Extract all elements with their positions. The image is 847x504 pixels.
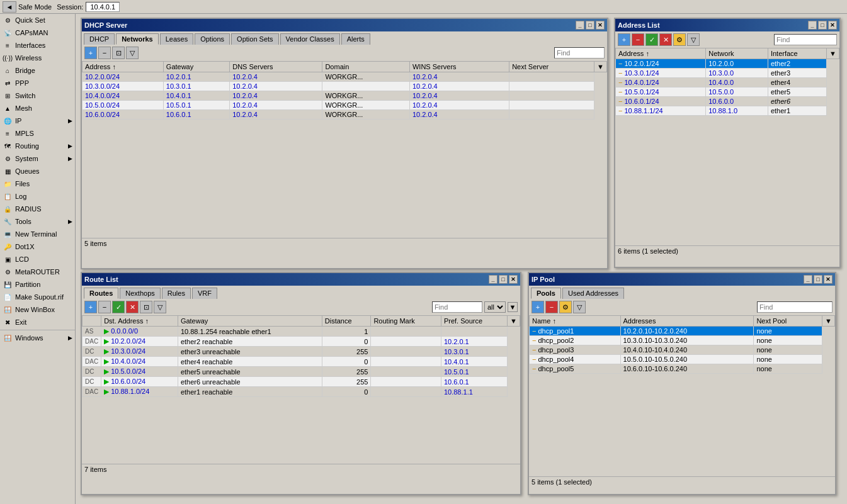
table-row[interactable]: − 10.5.0.1/24 10.5.0.0 ether5 (616, 87, 839, 97)
sidebar-item-make-supout[interactable]: 📄 Make Supout.rif (0, 291, 75, 303)
pool-maximize-btn[interactable]: □ (814, 275, 822, 284)
pool-settings-btn[interactable]: ⚙ (559, 301, 572, 313)
col-dns[interactable]: DNS Servers (230, 62, 322, 72)
table-row[interactable]: 10.5.0.0/24 10.5.0.1 10.2.0.4 WORKGR... … (82, 101, 607, 110)
sidebar-item-bridge[interactable]: ⌂ Bridge (0, 64, 75, 77)
pool-close-btn[interactable]: ✕ (824, 275, 833, 284)
dhcp-remove-btn[interactable]: − (98, 47, 111, 59)
table-row[interactable]: DAC ▶ 10.4.0.0/24 ether4 reachable 0 10.… (82, 357, 520, 367)
table-row[interactable]: 10.4.0.0/24 10.4.0.1 10.2.0.4 WORKGR... … (82, 91, 607, 101)
table-row[interactable]: DC ▶ 10.3.0.0/24 ether3 unreachable 255 … (82, 347, 520, 357)
tab-vendor-classes[interactable]: Vendor Classes (280, 33, 340, 45)
sidebar-item-quick-set[interactable]: ⚙ Quick Set (0, 14, 75, 26)
route-minimize-btn[interactable]: _ (489, 275, 497, 284)
sidebar-item-capsman[interactable]: 📡 CAPsMAN (0, 26, 75, 39)
pool-col-dropdown[interactable]: ▼ (822, 316, 835, 327)
route-find-input[interactable] (432, 301, 482, 313)
dhcp-filter-btn[interactable]: ▽ (126, 47, 139, 59)
sidebar-item-files[interactable]: 📁 Files (0, 177, 75, 190)
dhcp-add-btn[interactable]: + (84, 47, 97, 59)
dhcp-find-input[interactable] (554, 47, 605, 59)
sidebar-item-interfaces[interactable]: ≡ Interfaces (0, 39, 75, 52)
route-maximize-btn[interactable]: □ (499, 275, 508, 284)
route-col-type[interactable] (82, 316, 101, 327)
sidebar-item-metarouter[interactable]: ⚙ MetaROUTER (0, 266, 75, 278)
table-row[interactable]: 10.2.0.0/24 10.2.0.1 10.2.0.4 WORKGR... … (82, 72, 607, 82)
addr-check-btn[interactable]: ✓ (645, 33, 658, 46)
route-copy-btn[interactable]: ⊡ (140, 301, 152, 313)
sidebar-item-radius[interactable]: 🔒 RADIUS (0, 203, 75, 215)
sidebar-item-system[interactable]: ⚙ System ▶ (0, 152, 75, 165)
sidebar-item-exit[interactable]: ✖ Exit (0, 316, 75, 328)
table-row[interactable]: 10.3.0.0/24 10.3.0.1 10.2.0.4 10.2.0.4 (82, 82, 607, 91)
sidebar-item-queues[interactable]: ▦ Queues (0, 165, 75, 177)
tab-options[interactable]: Options (195, 33, 230, 45)
table-row[interactable]: − dhcp_pool1 10.2.0.10-10.2.0.240 none (530, 327, 835, 336)
sidebar-item-wireless[interactable]: ((·)) Wireless (0, 52, 75, 64)
sidebar-item-routing[interactable]: 🗺 Routing ▶ (0, 140, 75, 152)
table-row[interactable]: − dhcp_pool4 10.5.0.10-10.5.0.240 none (530, 355, 835, 364)
route-filter-btn[interactable]: ▽ (154, 301, 166, 313)
col-wins[interactable]: WINS Servers (409, 62, 509, 72)
table-row[interactable]: DAC ▶ 10.88.1.0/24 ether1 reachable 0 10… (82, 387, 520, 397)
col-dropdown[interactable]: ▼ (594, 62, 607, 72)
route-col-mark[interactable]: Routing Mark (371, 316, 441, 327)
tab-nexthops[interactable]: Nexthops (120, 288, 160, 299)
tab-alerts[interactable]: Alerts (341, 33, 370, 45)
sidebar-item-mpls[interactable]: ≡ MPLS (0, 127, 75, 140)
col-domain[interactable]: Domain (322, 62, 410, 72)
addr-filter-btn[interactable]: ▽ (687, 33, 700, 46)
table-row[interactable]: − 10.3.0.1/24 10.3.0.0 ether3 (616, 69, 839, 78)
addr-close-btn[interactable]: ✕ (828, 21, 837, 30)
route-disable-btn[interactable]: ✕ (126, 301, 139, 313)
sidebar-item-new-winbox[interactable]: 🪟 New WinBox (0, 303, 75, 316)
pool-find-input[interactable] (757, 301, 833, 313)
sidebar-item-mesh[interactable]: ▲ Mesh (0, 102, 75, 115)
tab-leases[interactable]: Leases (160, 33, 193, 45)
pool-add-btn[interactable]: + (532, 301, 544, 313)
sidebar-item-new-terminal[interactable]: 💻 New Terminal (0, 228, 75, 240)
tab-routes[interactable]: Routes (84, 288, 118, 299)
table-row[interactable]: − 10.2.0.1/24 10.2.0.0 ether2 (616, 59, 839, 69)
pool-col-next-pool[interactable]: Next Pool (754, 316, 822, 327)
table-row[interactable]: − 10.6.0.1/24 10.6.0.0 ether6 (616, 97, 839, 106)
table-row[interactable]: − dhcp_pool2 10.3.0.10-10.3.0.240 none (530, 336, 835, 345)
addr-add-btn[interactable]: + (618, 33, 630, 46)
sidebar-item-dot1x[interactable]: 🔑 Dot1X (0, 240, 75, 253)
table-row[interactable]: − dhcp_pool3 10.4.0.10-10.4.0.240 none (530, 345, 835, 355)
addr-col-address[interactable]: Address ↑ (616, 48, 706, 59)
pool-remove-btn[interactable]: − (545, 301, 558, 313)
pool-filter-btn[interactable]: ▽ (573, 301, 586, 313)
tab-networks[interactable]: Networks (116, 33, 159, 45)
sidebar-item-switch[interactable]: ⊞ Switch (0, 89, 75, 102)
pool-minimize-btn[interactable]: _ (804, 275, 812, 284)
addr-cross-btn[interactable]: ✕ (659, 33, 672, 46)
table-row[interactable]: − 10.88.1.1/24 10.88.1.0 ether1 (616, 106, 839, 116)
route-close-btn[interactable]: ✕ (509, 275, 518, 284)
addr-col-network[interactable]: Network (706, 48, 768, 59)
route-col-distance[interactable]: Distance (322, 316, 371, 327)
table-row[interactable]: − 10.4.0.1/24 10.4.0.0 ether4 (616, 78, 839, 87)
addr-minimize-btn[interactable]: _ (808, 21, 817, 30)
sidebar-item-tools[interactable]: 🔧 Tools ▶ (0, 215, 75, 228)
sidebar-item-ppp[interactable]: ⇄ PPP (0, 77, 75, 89)
col-address[interactable]: Address ↑ (82, 62, 164, 72)
route-add-btn[interactable]: + (84, 301, 97, 313)
table-row[interactable]: AS ▶ 0.0.0.0/0 10.88.1.254 reachable eth… (82, 327, 520, 337)
addr-maximize-btn[interactable]: □ (818, 21, 827, 30)
tab-rules[interactable]: Rules (162, 288, 191, 299)
tab-dhcp[interactable]: DHCP (84, 33, 115, 45)
pool-col-addresses[interactable]: Addresses (620, 316, 754, 327)
route-col-dst[interactable]: Dst. Address ↑ (101, 316, 178, 327)
tab-used-addresses[interactable]: Used Addresses (562, 288, 624, 299)
dhcp-maximize-btn[interactable]: □ (586, 21, 594, 30)
route-check-btn[interactable]: ✓ (112, 301, 125, 313)
sidebar-item-lcd[interactable]: ▣ LCD (0, 253, 75, 266)
table-row[interactable]: DAC ▶ 10.2.0.0/24 ether2 reachable 0 10.… (82, 337, 520, 347)
route-filter-select[interactable]: all (484, 301, 506, 313)
table-row[interactable]: − dhcp_pool5 10.6.0.10-10.6.0.240 none (530, 364, 835, 374)
addr-settings-btn[interactable]: ⚙ (673, 33, 686, 46)
pool-col-name[interactable]: Name ↑ (530, 316, 621, 327)
sidebar-item-log[interactable]: 📋 Log (0, 190, 75, 203)
sidebar-item-partition[interactable]: 💾 Partition (0, 278, 75, 291)
